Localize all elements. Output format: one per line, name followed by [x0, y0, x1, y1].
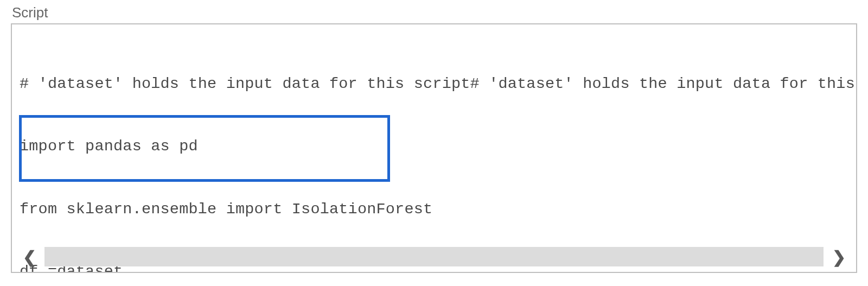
horizontal-scrollbar[interactable]: ❮ ❯ [17, 245, 851, 269]
code-content[interactable]: # 'dataset' holds the input data for thi… [20, 32, 856, 273]
chevron-left-icon: ❮ [23, 247, 36, 266]
script-label: Script [12, 4, 857, 21]
code-line: from sklearn.ensemble import IsolationFo… [20, 199, 856, 220]
chevron-right-icon: ❯ [832, 247, 846, 266]
script-editor[interactable]: # 'dataset' holds the input data for thi… [11, 23, 857, 273]
scroll-track[interactable] [44, 247, 824, 266]
code-line: import pandas as pd [20, 136, 856, 157]
scroll-left-button[interactable]: ❮ [17, 245, 41, 269]
scroll-right-button[interactable]: ❯ [827, 245, 851, 269]
code-line: # 'dataset' holds the input data for thi… [20, 74, 856, 94]
